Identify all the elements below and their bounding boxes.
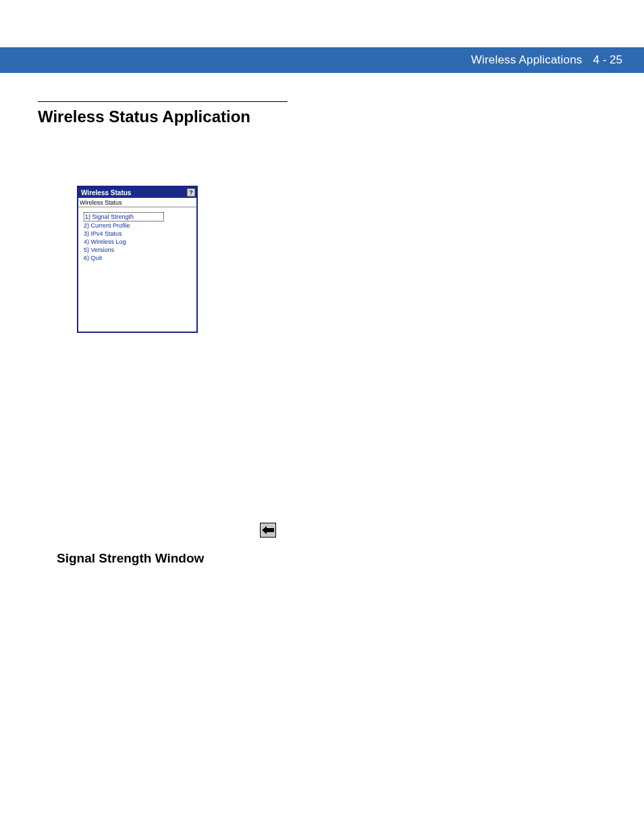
menu-list: 1) Signal Strength 2) Current Profile 3)…	[84, 209, 196, 262]
menu-item-signal-strength[interactable]: 1) Signal Strength	[84, 212, 164, 221]
subsection-title: Signal Strength Window	[57, 551, 204, 566]
page-header: Wireless Applications 4 - 25	[0, 47, 644, 73]
menu-item-current-profile[interactable]: 2) Current Profile	[84, 221, 196, 230]
section-title: Wireless Status Application	[38, 107, 617, 126]
menu-item-ipv4-status[interactable]: 3) IPv4 Status	[84, 230, 196, 238]
menu-item-quit[interactable]: 6) Quit	[84, 254, 196, 262]
window-title-bar: Wireless Status ?	[78, 187, 196, 198]
window-title: Wireless Status	[81, 189, 131, 197]
help-button[interactable]: ?	[187, 188, 195, 197]
section-divider	[38, 101, 288, 102]
chapter-title: Wireless Applications	[471, 53, 583, 67]
svg-marker-0	[262, 526, 274, 534]
back-arrow-icon	[260, 523, 276, 538]
menu-item-versions[interactable]: 5) Versions	[84, 246, 196, 254]
page-number: 4 - 25	[593, 53, 622, 67]
wireless-status-screenshot: Wireless Status ? Wireless Status 1) Sig…	[77, 186, 198, 333]
content-area: Wireless Status Application	[38, 101, 617, 153]
menu-item-wireless-log[interactable]: 4) Wireless Log	[84, 238, 196, 246]
window-sub-header: Wireless Status	[78, 198, 196, 207]
